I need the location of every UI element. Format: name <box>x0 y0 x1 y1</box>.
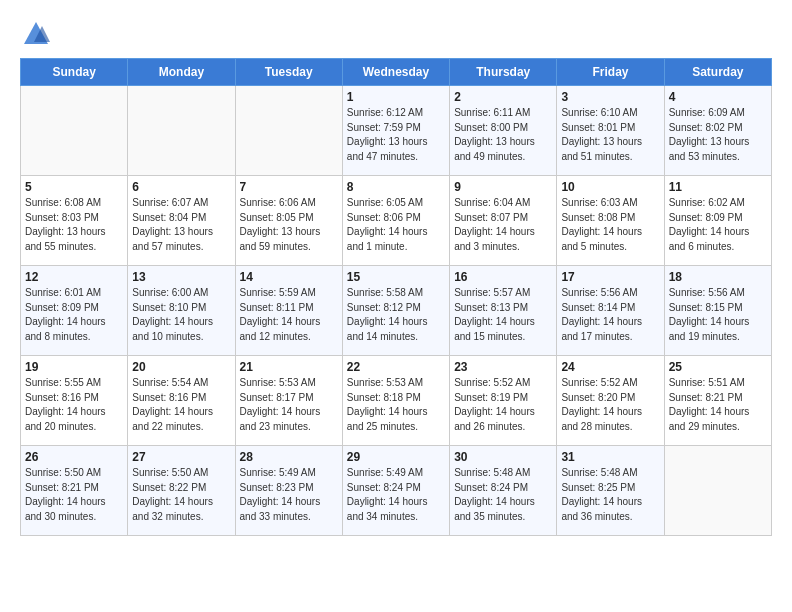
day-info: Sunrise: 6:04 AM Sunset: 8:07 PM Dayligh… <box>454 196 552 254</box>
calendar-cell: 16Sunrise: 5:57 AM Sunset: 8:13 PM Dayli… <box>450 266 557 356</box>
day-info: Sunrise: 6:12 AM Sunset: 7:59 PM Dayligh… <box>347 106 445 164</box>
day-info: Sunrise: 5:54 AM Sunset: 8:16 PM Dayligh… <box>132 376 230 434</box>
calendar-cell <box>235 86 342 176</box>
day-info: Sunrise: 5:55 AM Sunset: 8:16 PM Dayligh… <box>25 376 123 434</box>
page-header <box>20 20 772 48</box>
calendar-cell: 19Sunrise: 5:55 AM Sunset: 8:16 PM Dayli… <box>21 356 128 446</box>
day-number: 28 <box>240 450 338 464</box>
calendar-cell: 17Sunrise: 5:56 AM Sunset: 8:14 PM Dayli… <box>557 266 664 356</box>
day-number: 10 <box>561 180 659 194</box>
logo <box>20 20 50 48</box>
weekday-header-tuesday: Tuesday <box>235 59 342 86</box>
day-number: 13 <box>132 270 230 284</box>
day-number: 19 <box>25 360 123 374</box>
weekday-header-saturday: Saturday <box>664 59 771 86</box>
day-info: Sunrise: 5:58 AM Sunset: 8:12 PM Dayligh… <box>347 286 445 344</box>
calendar-week-4: 19Sunrise: 5:55 AM Sunset: 8:16 PM Dayli… <box>21 356 772 446</box>
calendar-week-5: 26Sunrise: 5:50 AM Sunset: 8:21 PM Dayli… <box>21 446 772 536</box>
calendar-cell: 12Sunrise: 6:01 AM Sunset: 8:09 PM Dayli… <box>21 266 128 356</box>
day-info: Sunrise: 6:09 AM Sunset: 8:02 PM Dayligh… <box>669 106 767 164</box>
day-info: Sunrise: 6:01 AM Sunset: 8:09 PM Dayligh… <box>25 286 123 344</box>
calendar-cell: 25Sunrise: 5:51 AM Sunset: 8:21 PM Dayli… <box>664 356 771 446</box>
day-number: 1 <box>347 90 445 104</box>
calendar-cell: 22Sunrise: 5:53 AM Sunset: 8:18 PM Dayli… <box>342 356 449 446</box>
day-info: Sunrise: 5:56 AM Sunset: 8:15 PM Dayligh… <box>669 286 767 344</box>
calendar-cell: 29Sunrise: 5:49 AM Sunset: 8:24 PM Dayli… <box>342 446 449 536</box>
calendar-cell: 10Sunrise: 6:03 AM Sunset: 8:08 PM Dayli… <box>557 176 664 266</box>
calendar-cell: 6Sunrise: 6:07 AM Sunset: 8:04 PM Daylig… <box>128 176 235 266</box>
calendar-table: SundayMondayTuesdayWednesdayThursdayFrid… <box>20 58 772 536</box>
day-number: 5 <box>25 180 123 194</box>
day-number: 22 <box>347 360 445 374</box>
day-info: Sunrise: 6:08 AM Sunset: 8:03 PM Dayligh… <box>25 196 123 254</box>
calendar-cell: 2Sunrise: 6:11 AM Sunset: 8:00 PM Daylig… <box>450 86 557 176</box>
weekday-header-thursday: Thursday <box>450 59 557 86</box>
calendar-body: 1Sunrise: 6:12 AM Sunset: 7:59 PM Daylig… <box>21 86 772 536</box>
day-info: Sunrise: 5:52 AM Sunset: 8:20 PM Dayligh… <box>561 376 659 434</box>
day-number: 18 <box>669 270 767 284</box>
weekday-header-wednesday: Wednesday <box>342 59 449 86</box>
day-info: Sunrise: 5:48 AM Sunset: 8:25 PM Dayligh… <box>561 466 659 524</box>
day-info: Sunrise: 6:02 AM Sunset: 8:09 PM Dayligh… <box>669 196 767 254</box>
day-info: Sunrise: 5:51 AM Sunset: 8:21 PM Dayligh… <box>669 376 767 434</box>
day-info: Sunrise: 6:11 AM Sunset: 8:00 PM Dayligh… <box>454 106 552 164</box>
day-info: Sunrise: 5:50 AM Sunset: 8:22 PM Dayligh… <box>132 466 230 524</box>
day-info: Sunrise: 5:48 AM Sunset: 8:24 PM Dayligh… <box>454 466 552 524</box>
weekday-header-monday: Monday <box>128 59 235 86</box>
day-info: Sunrise: 5:52 AM Sunset: 8:19 PM Dayligh… <box>454 376 552 434</box>
calendar-cell: 5Sunrise: 6:08 AM Sunset: 8:03 PM Daylig… <box>21 176 128 266</box>
day-number: 14 <box>240 270 338 284</box>
day-info: Sunrise: 5:50 AM Sunset: 8:21 PM Dayligh… <box>25 466 123 524</box>
calendar-cell: 28Sunrise: 5:49 AM Sunset: 8:23 PM Dayli… <box>235 446 342 536</box>
day-info: Sunrise: 5:57 AM Sunset: 8:13 PM Dayligh… <box>454 286 552 344</box>
day-info: Sunrise: 5:49 AM Sunset: 8:24 PM Dayligh… <box>347 466 445 524</box>
day-number: 25 <box>669 360 767 374</box>
calendar-cell: 3Sunrise: 6:10 AM Sunset: 8:01 PM Daylig… <box>557 86 664 176</box>
calendar-header: SundayMondayTuesdayWednesdayThursdayFrid… <box>21 59 772 86</box>
weekday-header-sunday: Sunday <box>21 59 128 86</box>
calendar-cell: 11Sunrise: 6:02 AM Sunset: 8:09 PM Dayli… <box>664 176 771 266</box>
day-info: Sunrise: 5:59 AM Sunset: 8:11 PM Dayligh… <box>240 286 338 344</box>
calendar-cell: 8Sunrise: 6:05 AM Sunset: 8:06 PM Daylig… <box>342 176 449 266</box>
calendar-cell: 13Sunrise: 6:00 AM Sunset: 8:10 PM Dayli… <box>128 266 235 356</box>
day-number: 15 <box>347 270 445 284</box>
day-number: 11 <box>669 180 767 194</box>
day-number: 7 <box>240 180 338 194</box>
day-info: Sunrise: 5:53 AM Sunset: 8:18 PM Dayligh… <box>347 376 445 434</box>
day-number: 31 <box>561 450 659 464</box>
calendar-cell <box>664 446 771 536</box>
day-info: Sunrise: 6:06 AM Sunset: 8:05 PM Dayligh… <box>240 196 338 254</box>
day-info: Sunrise: 6:05 AM Sunset: 8:06 PM Dayligh… <box>347 196 445 254</box>
day-number: 6 <box>132 180 230 194</box>
calendar-week-3: 12Sunrise: 6:01 AM Sunset: 8:09 PM Dayli… <box>21 266 772 356</box>
calendar-cell: 4Sunrise: 6:09 AM Sunset: 8:02 PM Daylig… <box>664 86 771 176</box>
day-number: 20 <box>132 360 230 374</box>
day-number: 30 <box>454 450 552 464</box>
calendar-cell: 9Sunrise: 6:04 AM Sunset: 8:07 PM Daylig… <box>450 176 557 266</box>
calendar-cell: 15Sunrise: 5:58 AM Sunset: 8:12 PM Dayli… <box>342 266 449 356</box>
day-number: 8 <box>347 180 445 194</box>
day-number: 3 <box>561 90 659 104</box>
calendar-week-1: 1Sunrise: 6:12 AM Sunset: 7:59 PM Daylig… <box>21 86 772 176</box>
day-number: 12 <box>25 270 123 284</box>
day-info: Sunrise: 6:00 AM Sunset: 8:10 PM Dayligh… <box>132 286 230 344</box>
calendar-cell <box>128 86 235 176</box>
day-info: Sunrise: 6:07 AM Sunset: 8:04 PM Dayligh… <box>132 196 230 254</box>
day-number: 4 <box>669 90 767 104</box>
day-number: 23 <box>454 360 552 374</box>
day-number: 9 <box>454 180 552 194</box>
day-info: Sunrise: 6:10 AM Sunset: 8:01 PM Dayligh… <box>561 106 659 164</box>
day-number: 26 <box>25 450 123 464</box>
logo-icon <box>22 20 50 48</box>
weekday-row: SundayMondayTuesdayWednesdayThursdayFrid… <box>21 59 772 86</box>
calendar-cell: 30Sunrise: 5:48 AM Sunset: 8:24 PM Dayli… <box>450 446 557 536</box>
day-info: Sunrise: 5:53 AM Sunset: 8:17 PM Dayligh… <box>240 376 338 434</box>
calendar-cell: 23Sunrise: 5:52 AM Sunset: 8:19 PM Dayli… <box>450 356 557 446</box>
day-number: 16 <box>454 270 552 284</box>
calendar-cell: 14Sunrise: 5:59 AM Sunset: 8:11 PM Dayli… <box>235 266 342 356</box>
calendar-cell: 7Sunrise: 6:06 AM Sunset: 8:05 PM Daylig… <box>235 176 342 266</box>
calendar-cell: 27Sunrise: 5:50 AM Sunset: 8:22 PM Dayli… <box>128 446 235 536</box>
calendar-cell: 26Sunrise: 5:50 AM Sunset: 8:21 PM Dayli… <box>21 446 128 536</box>
day-info: Sunrise: 6:03 AM Sunset: 8:08 PM Dayligh… <box>561 196 659 254</box>
day-number: 24 <box>561 360 659 374</box>
